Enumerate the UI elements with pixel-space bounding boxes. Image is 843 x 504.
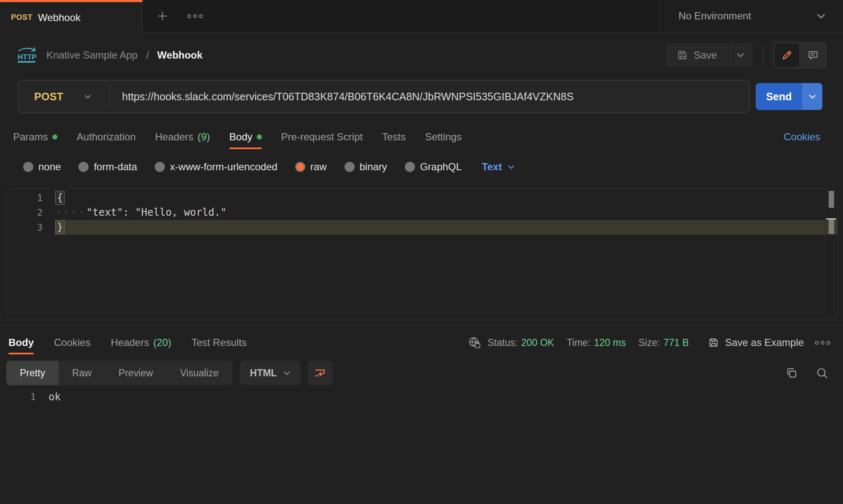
close-brace: }	[55, 220, 65, 234]
response-tab-headers-count: (20)	[153, 337, 171, 349]
save-options-button[interactable]	[729, 43, 752, 67]
mode-form-data-label: form-data	[94, 161, 137, 173]
body-mode-options: none form-data x-www-form-urlencoded raw…	[23, 157, 514, 177]
save-button[interactable]: Save	[666, 43, 728, 67]
response-format-selector[interactable]: HTML	[240, 361, 301, 385]
environment-selector[interactable]: No Environment	[659, 0, 843, 32]
whitespace-dots: ····	[55, 206, 86, 218]
search-icon	[816, 367, 828, 379]
tab-body[interactable]: Body	[229, 131, 262, 143]
mode-none-label: none	[38, 161, 61, 173]
tab-headers-label: Headers	[155, 131, 194, 143]
mode-raw[interactable]: raw	[295, 161, 327, 173]
response-content: ok	[48, 389, 61, 405]
response-tab-body-label: Body	[8, 337, 34, 349]
request-url-row: POST https://hooks.slack.com/services/T0…	[18, 80, 822, 113]
save-as-example-label: Save as Example	[725, 337, 804, 349]
tab-headers-count: (9)	[198, 131, 210, 143]
tab-bar: POST Webhook No Environment	[0, 0, 843, 32]
editor-line-2[interactable]: 2 ····"text": "Hello, world."	[7, 205, 838, 220]
raw-language-selector[interactable]: Text	[482, 161, 515, 173]
response-tab-headers[interactable]: Headers (20)	[111, 337, 171, 349]
radio-icon	[345, 162, 355, 172]
tab-authorization[interactable]: Authorization	[77, 131, 136, 143]
line-number: 2	[7, 205, 55, 220]
documentation-edit-button[interactable]	[775, 43, 799, 67]
response-tab-cookies[interactable]: Cookies	[54, 337, 91, 349]
tab-tests[interactable]: Tests	[382, 131, 406, 143]
mode-x-www-form-urlencoded[interactable]: x-www-form-urlencoded	[155, 161, 277, 173]
chevron-down-icon	[84, 94, 91, 99]
view-raw-button[interactable]: Raw	[59, 361, 105, 385]
status-label: Status:	[487, 337, 518, 349]
editor-line-1[interactable]: 1 {	[7, 190, 838, 205]
copy-response-button[interactable]	[785, 367, 798, 379]
scrollbar-mark	[829, 220, 834, 234]
mode-form-data[interactable]: form-data	[78, 161, 137, 173]
tab-title: Webhook	[38, 12, 81, 24]
chevron-down-icon	[508, 165, 514, 169]
response-tab-body[interactable]: Body	[8, 337, 34, 349]
url-input[interactable]: https://hooks.slack.com/services/T06TD83…	[110, 91, 574, 103]
tab-options-button[interactable]	[187, 14, 203, 18]
wrap-text-button[interactable]	[308, 361, 332, 385]
response-options-button[interactable]	[815, 341, 830, 345]
save-icon	[708, 337, 719, 348]
mode-x-www-form-urlencoded-label: x-www-form-urlencoded	[170, 161, 277, 173]
save-as-example-button[interactable]: Save as Example	[708, 337, 804, 349]
breadcrumb-collection[interactable]: Knative Sample App	[46, 49, 137, 61]
comments-button[interactable]	[801, 43, 825, 67]
response-separator	[0, 325, 843, 326]
breadcrumb-separator: /	[146, 49, 149, 61]
tab-tests-label: Tests	[382, 131, 406, 143]
breadcrumb-request-name[interactable]: Webhook	[157, 49, 203, 61]
header-divider	[762, 46, 763, 65]
tab-method-badge: POST	[11, 13, 32, 22]
tab-settings[interactable]: Settings	[425, 131, 462, 143]
network-globe-lock-icon[interactable]	[468, 336, 481, 349]
view-pretty-button[interactable]: Pretty	[6, 361, 59, 385]
tab-body-label: Body	[229, 131, 253, 143]
status-indicator[interactable]: Status: 200 OK	[487, 337, 554, 349]
body-dot-indicator	[257, 134, 262, 139]
plus-icon	[156, 10, 169, 22]
response-body-viewer[interactable]: 1 ok	[0, 389, 843, 504]
http-request-icon: HTTP	[16, 46, 38, 64]
comment-icon	[807, 49, 819, 61]
radio-icon	[155, 162, 165, 172]
response-tab-test-results-label: Test Results	[191, 337, 247, 349]
mode-none[interactable]: none	[23, 161, 61, 173]
response-tab-test-results[interactable]: Test Results	[191, 337, 247, 349]
radio-icon	[405, 162, 415, 172]
tab-pre-request-script[interactable]: Pre-request Script	[281, 131, 363, 143]
tab-headers[interactable]: Headers (9)	[155, 131, 210, 143]
request-tab-webhook[interactable]: POST Webhook	[0, 0, 143, 33]
view-visualize-button[interactable]: Visualize	[167, 361, 232, 385]
save-button-label: Save	[694, 49, 717, 61]
mode-graphql[interactable]: GraphQL	[405, 161, 462, 173]
chevron-down-icon	[737, 53, 744, 58]
size-value: 771 B	[663, 337, 689, 349]
url-bar: POST https://hooks.slack.com/services/T0…	[18, 80, 750, 113]
new-tab-button[interactable]	[156, 10, 169, 22]
response-tab-headers-label: Headers	[111, 337, 149, 349]
time-indicator[interactable]: Time: 120 ms	[567, 337, 626, 349]
pencil-icon	[781, 49, 793, 61]
right-panel-toggle-group	[773, 42, 827, 69]
search-response-button[interactable]	[816, 367, 828, 379]
cookies-link[interactable]: Cookies	[784, 131, 820, 143]
editor-scrollbar[interactable]	[825, 189, 838, 319]
size-indicator[interactable]: Size: 771 B	[638, 337, 689, 349]
editor-line-3-current[interactable]: 3 }	[7, 220, 838, 235]
tab-params[interactable]: Params	[13, 131, 57, 143]
send-options-button[interactable]	[802, 83, 822, 110]
mode-binary-label: binary	[360, 161, 387, 173]
response-line-1: 1 ok	[0, 389, 843, 405]
request-header: HTTP Knative Sample App / Webhook Save	[0, 33, 843, 78]
request-body-editor[interactable]: 1 { 2 ····"text": "Hello, world." 3 }	[6, 188, 838, 319]
send-button[interactable]: Send	[756, 83, 802, 110]
scrollbar-mark	[829, 191, 834, 208]
view-preview-button[interactable]: Preview	[105, 361, 167, 385]
mode-binary[interactable]: binary	[345, 161, 387, 173]
method-selector[interactable]: POST	[18, 91, 110, 103]
